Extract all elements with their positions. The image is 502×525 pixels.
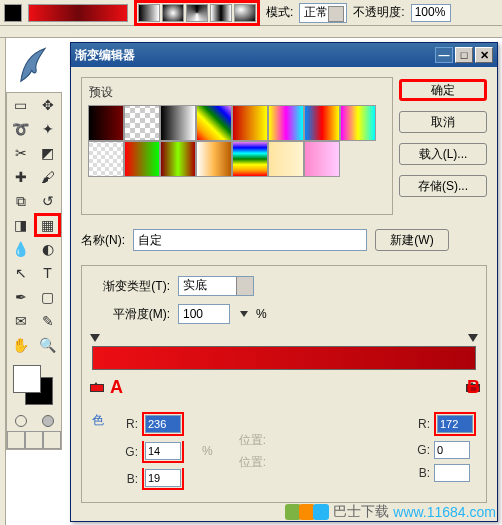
toolbox: ▭ ✥ ➰ ✦ ✂ ◩ ✚ 🖌 ⧉ ↺ ◨ ▦ 💧 ◐ ↖ T ✒ ▢ ✉ ✎ … [6,92,62,450]
gradient-bar[interactable] [92,346,476,370]
shape-tool[interactable]: ▢ [34,285,61,309]
preset-swatch[interactable] [124,105,160,141]
preset-swatch[interactable] [304,141,340,177]
g-label-right: G: [414,443,430,457]
opacity-stop-right[interactable] [468,334,478,344]
move-tool[interactable]: ✥ [34,93,61,117]
color-swatches[interactable] [7,361,61,411]
eraser-tool[interactable]: ◨ [7,213,34,237]
preset-swatch[interactable] [88,105,124,141]
help-button[interactable]: □ [455,47,473,63]
watermark-url: www.11684.com [393,504,496,520]
preset-swatch[interactable] [124,141,160,177]
standard-mode-icon[interactable] [7,411,34,431]
stamp-tool[interactable]: ⧉ [7,189,34,213]
gradient-editor-dialog: 渐变编辑器 — □ ✕ 预设 [70,42,498,522]
blend-mode-select[interactable]: 正常 [299,3,347,23]
name-input[interactable] [133,229,367,251]
history-brush-tool[interactable]: ↺ [34,189,61,213]
cancel-button[interactable]: 取消 [399,111,487,133]
brush-tool[interactable]: 🖌 [34,165,61,189]
name-label: 名称(N): [81,232,125,249]
r-input-left[interactable] [145,415,181,433]
b-input-left[interactable] [145,469,181,487]
crop-tool[interactable]: ✂ [7,141,34,165]
ok-button[interactable]: 确定 [399,79,487,101]
save-button[interactable]: 存储(S)... [399,175,487,197]
watermark: 巴士下载 www.11684.com [287,503,496,521]
preset-swatch[interactable] [268,105,304,141]
dodge-tool[interactable]: ◐ [34,237,61,261]
b-label-left: B: [122,472,138,486]
dropdown-arrow-icon[interactable] [240,311,248,317]
screen-full-menu-icon[interactable] [25,431,43,449]
zoom-tool[interactable]: 🔍 [34,333,61,357]
r-label-left: R: [122,417,138,431]
type-tool[interactable]: T [34,261,61,285]
panel-strip [0,26,502,38]
color-heading: 色 [92,412,104,429]
gradient-tool[interactable]: ▦ [34,213,61,237]
new-button[interactable]: 新建(W) [375,229,449,251]
titlebar[interactable]: 渐变编辑器 — □ ✕ [71,43,497,67]
gradient-picker[interactable] [28,4,128,22]
r-input-right[interactable] [437,415,473,433]
foreground-swatch[interactable] [13,365,41,393]
eyedropper-tool[interactable]: ✎ [34,309,61,333]
heal-tool[interactable]: ✚ [7,165,34,189]
reflected-gradient-icon[interactable] [210,4,232,22]
radial-gradient-icon[interactable] [162,4,184,22]
minimize-window-button[interactable]: — [435,47,453,63]
lasso-tool[interactable]: ➰ [7,117,34,141]
g-label-left: G: [122,445,138,459]
load-button[interactable]: 载入(L)... [399,143,487,165]
wand-tool[interactable]: ✦ [34,117,61,141]
quickmask-mode-icon[interactable] [34,411,61,431]
b-label-right: B: [414,466,430,480]
notes-tool[interactable]: ✉ [7,309,34,333]
blur-tool[interactable]: 💧 [7,237,34,261]
preset-swatch[interactable] [304,105,340,141]
screen-normal-icon[interactable] [7,431,25,449]
preset-swatch[interactable] [340,105,376,141]
marker-b-label: B [467,377,480,398]
preset-swatch[interactable] [196,141,232,177]
preset-swatch[interactable] [232,105,268,141]
preset-swatch[interactable] [160,141,196,177]
preset-swatch[interactable] [268,141,304,177]
presets-grid [88,105,388,177]
watermark-brand: 巴士下载 [333,503,389,521]
dialog-title: 渐变编辑器 [75,47,135,64]
gradient-type-select[interactable]: 实底 [178,276,254,296]
opacity-stop-left[interactable] [90,334,100,344]
g-input-left[interactable] [145,442,181,460]
pen-tool[interactable]: ✒ [7,285,34,309]
percent-label: % [256,307,267,321]
preset-swatch[interactable] [196,105,232,141]
presets-label: 预设 [86,84,116,101]
opacity-label: 不透明度: [353,4,404,21]
hand-tool[interactable]: ✋ [7,333,34,357]
gradient-settings-panel: 渐变类型(T): 实底 平滑度(M): % A B 色 [81,265,487,503]
linear-gradient-icon[interactable] [138,4,160,22]
smoothness-label: 平滑度(M): [92,306,170,323]
color-stop-left[interactable] [90,380,102,392]
diamond-gradient-icon[interactable] [234,4,256,22]
tool-color-swatch[interactable] [4,4,22,22]
b-input-right[interactable] [434,464,470,482]
smoothness-input[interactable] [178,304,230,324]
opacity-field[interactable]: 100% [411,4,451,22]
marquee-tool[interactable]: ▭ [7,93,34,117]
close-window-button[interactable]: ✕ [475,47,493,63]
g-input-right[interactable] [434,441,470,459]
r-label-right: R: [414,417,430,431]
screen-full-icon[interactable] [43,431,61,449]
gradient-ramp[interactable]: A B [92,334,476,392]
preset-swatch[interactable] [160,105,196,141]
path-tool[interactable]: ↖ [7,261,34,285]
preset-swatch[interactable] [88,141,124,177]
mode-label: 模式: [266,4,293,21]
slice-tool[interactable]: ◩ [34,141,61,165]
angle-gradient-icon[interactable] [186,4,208,22]
preset-swatch[interactable] [232,141,268,177]
